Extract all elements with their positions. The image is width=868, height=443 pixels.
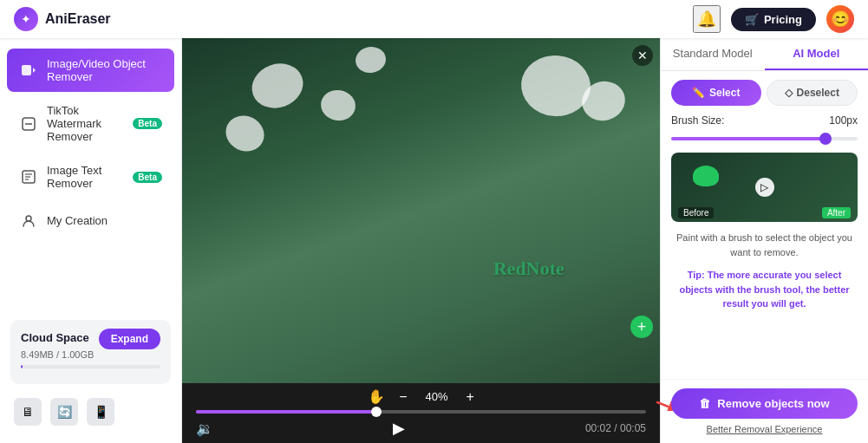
sidebar-item-label-video: Image/Video Object Remover — [47, 57, 162, 83]
creation-icon — [19, 211, 38, 230]
standard-model-label: Standard Model — [673, 47, 753, 60]
splash-3 — [519, 53, 593, 120]
sidebar-item-label-text-remover: Image Text Remover — [47, 164, 124, 190]
tip-prefix: Tip: — [688, 270, 708, 280]
model-tabs: Standard Model AI Model — [661, 38, 868, 71]
video-icon — [19, 61, 38, 80]
time-display: 00:02 / 00:05 — [585, 422, 646, 434]
after-label: After — [822, 207, 851, 218]
sidebar-item-my-creation[interactable]: My Creation — [7, 202, 174, 238]
total-time: 00:05 — [620, 422, 646, 434]
tab-standard-model[interactable]: Standard Model — [661, 38, 765, 70]
brush-size-section: Brush Size: 100px — [671, 114, 858, 144]
tiktok-beta-badge: Beta — [133, 118, 162, 129]
svg-marker-1 — [33, 68, 36, 73]
ai-model-label: AI Model — [793, 47, 839, 60]
bell-button[interactable]: 🔔 — [693, 5, 721, 33]
tiktok-icon — [19, 114, 38, 134]
panel-footer: 🗑 Remove objects now Better Removal Expe… — [661, 379, 868, 443]
hint-text: Paint with a brush to select the object … — [671, 231, 858, 259]
deselect-button[interactable]: ◇ Deselect — [767, 80, 858, 106]
plus-zoom-icon: + — [467, 389, 474, 405]
cloud-space-widget: Cloud Space Expand 8.49MB / 1.00GB — [10, 320, 171, 384]
before-label: Before — [678, 207, 714, 218]
volume-button[interactable]: 🔉 — [196, 420, 213, 437]
sidebar: Image/Video Object Remover TikTok Waterm… — [0, 38, 182, 443]
minus-icon: − — [399, 389, 407, 405]
svg-point-8 — [26, 216, 31, 221]
progress-bar[interactable] — [196, 410, 646, 414]
mobile-icon[interactable]: 📱 — [87, 398, 114, 426]
select-deselect-row: ✏️ Select ◇ Deselect — [671, 80, 858, 106]
zoom-out-button[interactable]: − — [399, 389, 407, 405]
time-separator: / — [614, 422, 620, 434]
sidebar-item-tiktok[interactable]: TikTok Watermark Remover Beta — [7, 95, 174, 152]
controls-top-row: ✋ − 40% + — [196, 388, 646, 405]
deselect-label: Deselect — [797, 87, 839, 99]
logo-area: ✦ AniEraser — [14, 7, 111, 31]
hand-tool-button[interactable]: ✋ — [368, 388, 385, 405]
right-panel: Standard Model AI Model ✏️ Select ◇ Dese… — [660, 38, 868, 443]
video-content-area: ✕ RedNote + — [182, 38, 660, 443]
sidebar-bottom: Cloud Space Expand 8.49MB / 1.00GB 🖥 🔄 📱 — [0, 311, 181, 434]
cloud-bar-background — [21, 365, 160, 368]
zoom-in-button[interactable]: + — [467, 389, 474, 405]
pricing-label: Pricing — [764, 13, 802, 26]
brush-size-slider[interactable] — [671, 137, 858, 140]
video-container: ✕ RedNote + — [182, 38, 660, 383]
expand-button[interactable]: Expand — [99, 329, 160, 349]
refresh-icon[interactable]: 🔄 — [50, 398, 78, 426]
cloud-bar-fill — [21, 365, 23, 368]
avatar-emoji: 😊 — [831, 10, 850, 29]
current-time: 00:02 — [585, 422, 611, 434]
plus-fab-button[interactable]: + — [630, 316, 653, 338]
rednote-watermark: RedNote — [493, 257, 565, 280]
progress-thumb — [371, 407, 382, 417]
select-button[interactable]: ✏️ Select — [671, 80, 761, 106]
remove-objects-button[interactable]: 🗑 Remove objects now — [671, 388, 858, 419]
panel-body: ✏️ Select ◇ Deselect Brush Size: 100px — [661, 71, 868, 379]
user-avatar[interactable]: 😊 — [826, 5, 854, 33]
header-actions: 🔔 🛒 Pricing 😊 — [693, 5, 854, 33]
splash-6 — [354, 44, 388, 75]
splash-1 — [245, 56, 309, 115]
select-icon: ✏️ — [692, 87, 705, 99]
logo-icon: ✦ — [14, 7, 38, 31]
select-label: Select — [709, 87, 740, 99]
footer-icons: 🖥 🔄 📱 — [10, 393, 171, 426]
remove-icon: 🗑 — [699, 397, 710, 410]
desktop-icon[interactable]: 🖥 — [14, 398, 42, 426]
sidebar-item-label-creation: My Creation — [47, 214, 162, 227]
svg-rect-0 — [22, 65, 31, 75]
splash-2 — [318, 88, 357, 123]
video-controls: ✋ − 40% + 🔉 ▶ — [182, 383, 660, 443]
sidebar-item-image-video-remover[interactable]: Image/Video Object Remover — [7, 49, 174, 92]
hand-icon: ✋ — [368, 388, 385, 405]
sidebar-item-image-text-remover[interactable]: Image Text Remover Beta — [7, 155, 174, 199]
deselect-icon: ◇ — [785, 87, 793, 99]
brush-size-value: 100px — [829, 114, 858, 127]
tab-ai-model[interactable]: AI Model — [765, 38, 869, 70]
bell-icon: 🔔 — [697, 10, 716, 29]
cloud-usage-text: 8.49MB / 1.00GB — [21, 349, 160, 360]
header: ✦ AniEraser 🔔 🛒 Pricing 😊 — [0, 0, 868, 38]
close-button[interactable]: ✕ — [632, 45, 653, 66]
tip-text: Tip: The more accurate you select object… — [671, 268, 858, 311]
text-remover-beta-badge: Beta — [133, 172, 162, 183]
close-icon: ✕ — [637, 49, 648, 62]
volume-icon: 🔉 — [196, 421, 213, 436]
play-button[interactable]: ▶ — [393, 419, 405, 438]
brush-size-label: Brush Size: — [671, 114, 724, 127]
better-removal-link[interactable]: Better Removal Experience — [707, 424, 823, 434]
splash-5 — [220, 109, 271, 157]
pricing-button[interactable]: 🛒 Pricing — [731, 8, 816, 31]
text-remover-icon — [19, 167, 38, 186]
before-after-preview: Before After ▷ — [671, 153, 858, 222]
sidebar-item-label-tiktok: TikTok Watermark Remover — [47, 104, 124, 143]
plus-icon: + — [637, 318, 647, 336]
before-after-arrow: ▷ — [755, 178, 774, 197]
play-icon: ▶ — [393, 420, 405, 437]
zoom-level: 40% — [421, 390, 453, 403]
video-frame: RedNote + — [182, 38, 660, 383]
remove-label: Remove objects now — [717, 397, 829, 410]
